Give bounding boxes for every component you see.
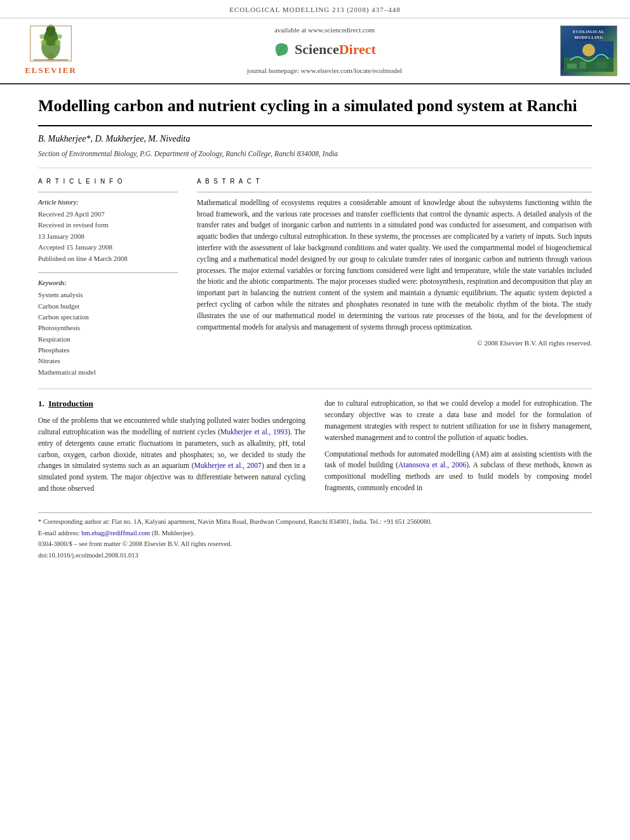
svg-rect-14	[580, 62, 586, 69]
journal-bar: ECOLOGICAL MODELLING 213 (2008) 437–448	[0, 0, 630, 18]
keyword-1: System analysis	[38, 290, 178, 300]
email-link[interactable]: bm.ebag@rediffmail.com	[81, 530, 150, 537]
keyword-5: Respiration	[38, 335, 178, 344]
published-date: Published on line 4 March 2008	[38, 254, 178, 263]
abstract-header: A B S T R A C T	[197, 177, 592, 187]
intro-para-1: One of the problems that we encountered …	[38, 415, 305, 495]
keyword-3: Carbon speciation	[38, 312, 178, 322]
svg-point-6	[39, 34, 44, 39]
keyword-4: Photosynthesis	[38, 323, 178, 333]
svg-rect-13	[567, 63, 577, 69]
available-text: available at www.sciencedirect.com	[89, 25, 560, 36]
section-title: Introduction	[48, 399, 93, 408]
cover-title: ECOLOGICAL MODELLING	[563, 29, 614, 40]
keywords-block: Keywords: System analysis Carbon budget …	[38, 272, 178, 377]
keyword-7: Nitrates	[38, 356, 178, 366]
footnote-doi: doi:10.1016/j.ecolmodel.2008.01.013	[38, 550, 592, 561]
article-info-col: A R T I C L E I N F O Article history: R…	[38, 177, 178, 378]
keyword-8: Mathematical model	[38, 368, 178, 377]
article-info-abstract: A R T I C L E I N F O Article history: R…	[38, 177, 592, 378]
article-info-header: A R T I C L E I N F O	[38, 177, 178, 187]
main-content: Modelling carbon and nutrient cycling in…	[0, 96, 630, 561]
title-rule	[38, 125, 592, 126]
elsevier-brand: ELSEVIER	[25, 65, 77, 77]
footnote-issn: 0304-3800/$ – see front matter © 2008 El…	[38, 539, 592, 549]
abstract-col: A B S T R A C T Mathematical modelling o…	[197, 177, 592, 378]
sd-leaf-icon	[273, 41, 292, 58]
abstract-text: Mathematical modelling of ecosystems req…	[197, 197, 592, 333]
journal-cover: ECOLOGICAL MODELLING	[560, 25, 617, 76]
footnote-area: * Corresponding author at: Flat no. 1A, …	[38, 512, 592, 561]
svg-point-12	[582, 44, 595, 57]
elsevier-logo: ELSEVIER	[13, 25, 89, 77]
revised-label: Received in revised form	[38, 220, 178, 230]
section-1-header: 1. Introduction	[38, 398, 305, 410]
intro-para-2: due to cultural eutrophication, so that …	[325, 398, 592, 443]
received-date: Received 29 April 2007	[38, 210, 178, 219]
bottom-section: 1. Introduction One of the problems that…	[38, 389, 592, 500]
keywords-label: Keywords:	[38, 278, 178, 288]
svg-point-4	[41, 39, 46, 45]
svg-point-3	[46, 25, 56, 36]
svg-point-5	[55, 39, 60, 45]
keyword-6: Phosphates	[38, 345, 178, 355]
history-label: Article history:	[38, 197, 178, 207]
copyright: © 2008 Elsevier B.V. All rights reserved…	[197, 338, 592, 349]
affiliation: Section of Environmental Biology, P.G. D…	[38, 149, 592, 159]
sciencedirect-logo: ScienceDirect	[273, 39, 376, 60]
center-header-info: available at www.sciencedirect.com Scien…	[89, 25, 560, 76]
article-history-block: Article history: Received 29 April 2007 …	[38, 192, 178, 263]
ref-mukherjee-1993[interactable]: Mukherjee et al., 1993	[220, 428, 288, 436]
ref-atanosova-2006[interactable]: Atanosova et al., 2006	[398, 461, 466, 469]
cover-image	[564, 41, 613, 72]
accepted-date: Accepted 15 January 2008	[38, 243, 178, 252]
intro-left-col: 1. Introduction One of the problems that…	[38, 398, 305, 500]
journal-homepage: journal homepage: www.elsevier.com/locat…	[89, 66, 560, 76]
journal-bar-text: ECOLOGICAL MODELLING 213 (2008) 437–448	[229, 6, 401, 13]
header-logos: ELSEVIER available at www.sciencedirect.…	[0, 18, 630, 84]
revised-date: 13 January 2008	[38, 232, 178, 241]
authors: B. Mukherjee*, D. Mukherjee, M. Nivedita	[38, 133, 592, 145]
footnote-email: E-mail address: bm.ebag@rediffmail.com (…	[38, 528, 592, 538]
abstract-block: Mathematical modelling of ecosystems req…	[197, 192, 592, 349]
intro-para-3: Computational methods for automated mode…	[325, 449, 592, 494]
article-title: Modelling carbon and nutrient cycling in…	[38, 96, 592, 117]
svg-rect-15	[596, 62, 607, 69]
intro-right-col: due to cultural eutrophication, so that …	[325, 398, 592, 500]
footnote-corresponding: * Corresponding author at: Flat no. 1A, …	[38, 517, 592, 527]
sd-logo-text: ScienceDirect	[295, 39, 376, 60]
keyword-2: Carbon budget	[38, 302, 178, 311]
author-rule	[38, 168, 592, 168]
elsevier-tree-icon	[25, 25, 76, 63]
ref-mukherjee-2007[interactable]: Mukherjee et al., 2007	[194, 462, 262, 469]
svg-point-7	[57, 34, 62, 39]
section-number: 1.	[38, 399, 44, 408]
intro-two-col: 1. Introduction One of the problems that…	[38, 398, 592, 500]
